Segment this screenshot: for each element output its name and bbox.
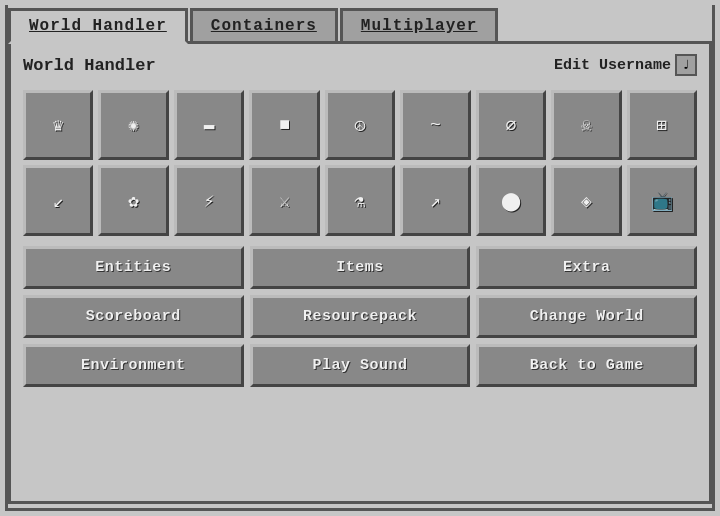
icon-peace[interactable]: ☮ (325, 90, 395, 160)
edit-username-label: Edit Username (554, 57, 671, 74)
icon-tv[interactable]: 📺 (627, 165, 697, 235)
items-button[interactable]: Items (250, 246, 471, 289)
icon-flower[interactable]: ✿ (98, 165, 168, 235)
resourcepack-button[interactable]: Resourcepack (250, 295, 471, 338)
environment-button[interactable]: Environment (23, 344, 244, 387)
icon-arrow-up-right[interactable]: ↗ (400, 165, 470, 235)
play-sound-button[interactable]: Play Sound (250, 344, 471, 387)
back-to-game-button[interactable]: Back to Game (476, 344, 697, 387)
icon-circle[interactable]: ⬤ (476, 165, 546, 235)
tab-world-handler[interactable]: World Handler (8, 8, 188, 44)
change-world-button[interactable]: Change World (476, 295, 697, 338)
icon-skull[interactable]: ☠ (551, 90, 621, 160)
icon-sword[interactable]: ⚔ (249, 165, 319, 235)
header-row: World Handler Edit Username ♩ (23, 54, 697, 76)
tab-containers[interactable]: Containers (190, 8, 338, 44)
tab-bar: World Handler Containers Multiplayer (8, 5, 712, 41)
extra-button[interactable]: Extra (476, 246, 697, 289)
tab-multiplayer[interactable]: Multiplayer (340, 8, 499, 44)
icon-crown[interactable]: ♛ (23, 90, 93, 160)
edit-username-button[interactable]: ♩ (675, 54, 697, 76)
entities-button[interactable]: Entities (23, 246, 244, 289)
icon-flask[interactable]: ⚗ (325, 165, 395, 235)
main-window: World Handler Containers Multiplayer Wor… (5, 5, 715, 511)
icon-square[interactable]: ■ (249, 90, 319, 160)
scoreboard-button[interactable]: Scoreboard (23, 295, 244, 338)
action-grid: Entities Items Extra Scoreboard Resource… (23, 246, 697, 387)
icon-sparkle[interactable]: ✺ (98, 90, 168, 160)
edit-username-row: Edit Username ♩ (554, 54, 697, 76)
icon-arrow-down-left[interactable]: ↙ (23, 165, 93, 235)
icon-tilde[interactable]: ~ (400, 90, 470, 160)
panel-title: World Handler (23, 56, 156, 75)
icon-diameter[interactable]: ⌀ (476, 90, 546, 160)
icon-diamond[interactable]: ◈ (551, 165, 621, 235)
main-panel: World Handler Edit Username ♩ ♛ ✺ ▬ ■ ☮ … (8, 41, 712, 504)
icon-grid: ♛ ✺ ▬ ■ ☮ ~ ⌀ ☠ ⊞ ↙ ✿ ⚡ ⚔ ⚗ ↗ ⬤ ◈ 📺 (23, 90, 697, 236)
icon-minus[interactable]: ▬ (174, 90, 244, 160)
icon-lightning[interactable]: ⚡ (174, 165, 244, 235)
icon-grid[interactable]: ⊞ (627, 90, 697, 160)
